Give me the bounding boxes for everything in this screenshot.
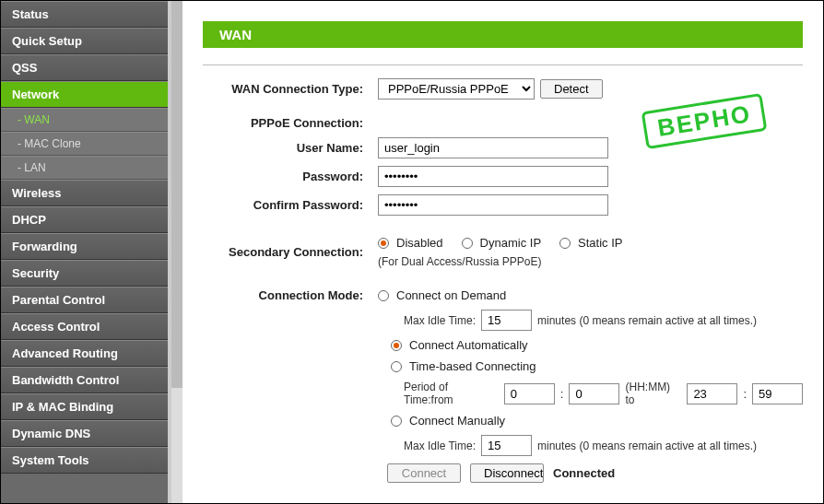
sidebar-item-status[interactable]: Status <box>1 1 168 28</box>
detect-button[interactable]: Detect <box>540 79 603 99</box>
wan-connection-type-select[interactable]: PPPoE/Russia PPPoE <box>378 78 535 100</box>
label-connection-mode: Connection Mode: <box>203 288 378 302</box>
sidebar-item-advanced-routing[interactable]: Advanced Routing <box>1 340 168 367</box>
sidebar-sub-mac-clone[interactable]: - MAC Clone <box>1 132 168 156</box>
radio-mode-manual[interactable] <box>391 416 402 427</box>
label-secondary-connection: Secondary Connection: <box>203 245 378 259</box>
label-pppoe-connection: PPPoE Connection: <box>203 116 378 130</box>
sidebar-item-network[interactable]: Network <box>1 81 168 108</box>
scrollbar-thumb[interactable] <box>171 1 182 388</box>
label-password: Password: <box>203 170 378 183</box>
username-input[interactable] <box>378 137 608 158</box>
radio-mode-auto[interactable] <box>391 340 402 351</box>
period-to-mm[interactable] <box>752 383 803 404</box>
label-confirm-password: Confirm Password: <box>203 198 378 212</box>
sidebar-item-dhcp[interactable]: DHCP <box>1 206 168 233</box>
sidebar-item-access-control[interactable]: Access Control <box>1 313 168 340</box>
radio-label-dynamic: Dynamic IP <box>480 236 541 250</box>
sidebar-item-ip-mac-binding[interactable]: IP & MAC Binding <box>1 393 168 420</box>
sidebar-item-dynamic-dns[interactable]: Dynamic DNS <box>1 420 168 447</box>
radio-secondary-static[interactable] <box>559 238 571 249</box>
panel-title: WAN <box>203 21 803 48</box>
radio-secondary-disabled[interactable] <box>378 238 389 249</box>
sidebar-item-system-tools[interactable]: System Tools <box>1 447 168 474</box>
sidebar-item-qss[interactable]: QSS <box>1 54 168 81</box>
period-from-mm[interactable] <box>569 383 619 404</box>
sidebar-scrollbar[interactable] <box>171 1 182 503</box>
radio-label-manual: Connect Manually <box>409 414 505 428</box>
minutes-hint-2: minutes (0 means remain active at all ti… <box>537 440 757 452</box>
radio-secondary-dynamic[interactable] <box>462 238 473 249</box>
period-hhmm-to: (HH:MM) to <box>625 381 681 406</box>
max-idle-input-1[interactable] <box>481 310 532 331</box>
period-from-hh[interactable] <box>504 383 555 404</box>
content-area: WAN WAN Connection Type: PPPoE/Russia PP… <box>182 1 823 503</box>
period-sep-2: : <box>743 387 747 401</box>
sidebar-item-wireless[interactable]: Wireless <box>1 180 168 206</box>
sidebar-item-quick-setup[interactable]: Quick Setup <box>1 28 168 54</box>
period-sep-1: : <box>560 387 564 401</box>
minutes-hint-1: minutes (0 means remain active at all ti… <box>537 314 757 327</box>
max-idle-input-2[interactable] <box>481 435 532 456</box>
sidebar-item-security[interactable]: Security <box>1 260 168 287</box>
password-input[interactable] <box>378 166 608 187</box>
secondary-hint: (For Dual Access/Russia PPPoE) <box>378 255 541 268</box>
sidebar-filler <box>1 474 168 503</box>
radio-label-static: Static IP <box>578 236 622 250</box>
sidebar-item-parental-control[interactable]: Parental Control <box>1 287 168 313</box>
label-username: User Name: <box>203 141 378 155</box>
connect-button[interactable]: Connect <box>387 463 461 483</box>
separator <box>203 64 803 65</box>
sidebar-sub-lan[interactable]: - LAN <box>1 156 168 180</box>
radio-label-disabled: Disabled <box>396 236 443 250</box>
radio-mode-time[interactable] <box>391 361 402 372</box>
confirm-password-input[interactable] <box>378 194 608 216</box>
sidebar-item-bandwidth-control[interactable]: Bandwidth Control <box>1 367 168 393</box>
radio-label-time: Time-based Connecting <box>409 359 536 373</box>
radio-label-auto: Connect Automatically <box>409 338 528 352</box>
maxidle-label-1: Max Idle Time: <box>404 314 476 327</box>
period-to-hh[interactable] <box>687 383 737 404</box>
sidebar: StatusQuick SetupQSSNetwork- WAN- MAC Cl… <box>1 1 171 503</box>
sidebar-sub-wan[interactable]: - WAN <box>1 108 168 132</box>
label-wan-conn-type: WAN Connection Type: <box>203 82 378 96</box>
connection-status: Connected <box>553 466 615 480</box>
sidebar-item-forwarding[interactable]: Forwarding <box>1 233 168 260</box>
maxidle-label-2: Max Idle Time: <box>404 440 476 452</box>
radio-mode-ondemand[interactable] <box>378 290 389 301</box>
disconnect-button[interactable]: Disconnect <box>470 463 544 483</box>
radio-label-ondemand: Connect on Demand <box>396 288 506 302</box>
period-label: Period of Time:from <box>404 381 499 406</box>
